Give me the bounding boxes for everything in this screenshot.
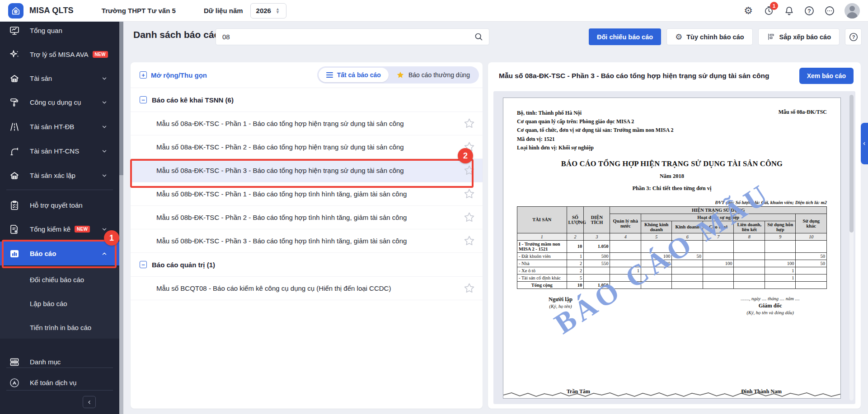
table-row: - Xe ô tô2 1 1: [517, 267, 827, 274]
favorite-star-icon[interactable]: [463, 211, 475, 223]
col-header: Sử dụng khác: [796, 214, 827, 233]
submenu-item-lap-bao-cao[interactable]: Lập báo cáo: [0, 292, 119, 316]
expand-collapse-toggle[interactable]: + Mở rộng/Thu gọn: [140, 71, 207, 79]
document-header: Bộ, tỉnh: Thành phố Hà Nội Cơ quan quản …: [517, 109, 827, 152]
sidebar-item-tai-san-ht-db[interactable]: Tài sản HT-ĐB: [0, 115, 119, 139]
group-header-quan-tri[interactable]: − Báo cáo quản trị (1): [131, 253, 483, 277]
table-row: - Đất khuôn viên1 500 10050 50: [517, 252, 827, 260]
main-content: Danh sách báo cáo Đối chiếu báo cáo ⚙ Tù…: [123, 22, 868, 414]
list-icon: [9, 357, 20, 367]
sidebar-item-ke-toan-dich-vu[interactable]: Kế toán dịch vụ: [0, 371, 119, 395]
report-table: TÀI SẢN SỐ LƯỢNG DIỆN TÍCH HIỆN TRẠNG SỬ…: [517, 206, 827, 289]
sidebar-item-label: Báo cáo: [30, 250, 56, 257]
torn-paper-edge: [503, 391, 840, 398]
sparkles-icon: [9, 49, 20, 60]
signer-note: (Ký, họ tên và đóng dấu): [741, 310, 800, 315]
report-item[interactable]: Mẫu số 08a-ĐK-TSC - Phần 1 - Báo cáo tổn…: [131, 112, 483, 135]
sidebar-item-tai-san-ht-cns[interactable]: Tài sản HT-CNS: [0, 139, 119, 163]
new-badge: NEW: [75, 226, 90, 233]
stepper-arrows-icon[interactable]: ▲▼: [276, 8, 280, 14]
page-help-button[interactable]: ?: [845, 28, 862, 45]
view-report-button[interactable]: Xem báo cáo: [799, 68, 854, 84]
report-item[interactable]: Mẫu số 08b-ĐK-TSC - Phần 3 - Báo cáo tổn…: [131, 229, 483, 253]
annotation-step2-badge: 2: [458, 148, 473, 163]
report-item[interactable]: Mẫu số 08b-ĐK-TSC - Phần 1 - Báo cáo tổn…: [131, 182, 483, 206]
submenu-item-doi-chieu-bao-cao[interactable]: Đối chiếu báo cáo: [0, 268, 119, 292]
road-icon: [9, 121, 20, 132]
favorite-star-icon[interactable]: [463, 282, 475, 294]
sidebar-item-tro-ly-ava[interactable]: Trợ lý số MISA AVA NEW: [0, 42, 119, 66]
report-item-label: Mẫu số BCQT08 - Báo cáo kiểm kê công cụ …: [156, 284, 391, 292]
search-input[interactable]: [222, 33, 474, 41]
report-item[interactable]: Mẫu số 08a-ĐK-TSC - Phần 2 - Báo cáo tổn…: [131, 135, 483, 159]
report-item-label: Mẫu số 08b-ĐK-TSC - Phần 3 - Báo cáo tổn…: [156, 237, 407, 245]
tab-all-reports[interactable]: Tất cả báo cáo: [319, 68, 389, 82]
favorite-star-icon[interactable]: [463, 235, 475, 247]
notifications-bell-icon[interactable]: [784, 5, 794, 16]
chevron-down-icon: [101, 148, 108, 154]
sidebar-scrollbar-thumb[interactable]: [119, 22, 123, 175]
tab-label: Tất cả báo cáo: [337, 71, 381, 79]
meta-line: Cơ quan quản lý cấp trên: Phòng giáo dục…: [517, 117, 674, 126]
sidebar-item-cong-cu-dung-cu[interactable]: Công cụ dụng cụ: [0, 90, 119, 114]
sidebar-item-bao-cao[interactable]: Báo cáo: [0, 242, 119, 265]
user-avatar[interactable]: [845, 3, 860, 19]
submenu-label: Tiến trình in báo cáo: [30, 324, 91, 331]
document-year: Năm 2018: [517, 173, 827, 180]
annotation-step1-badge: 1: [104, 230, 119, 246]
list-toolbar: + Mở rộng/Thu gọn Tất cả báo cáo Báo cáo…: [131, 62, 483, 88]
col-header: Không kinh doanh: [641, 221, 672, 233]
sidebar-item-label: Tài sản xác lập: [30, 172, 75, 179]
compare-reports-button[interactable]: Đối chiếu báo cáo: [589, 28, 661, 45]
preview-area: Bộ, tỉnh: Thành phố Hà Nội Cơ quan quản …: [493, 91, 855, 404]
favorite-star-icon[interactable]: [463, 188, 475, 200]
report-tabs: Tất cả báo cáo Báo cáo thường dùng: [317, 66, 479, 84]
svg-text:?: ?: [807, 8, 811, 14]
gear-icon: ⚙: [675, 33, 682, 41]
meta-line: Mã đơn vị: 1521: [517, 135, 674, 144]
more-options-icon[interactable]: [824, 5, 835, 16]
sidebar-item-tai-san-xac-lap[interactable]: Tài sản xác lập: [0, 163, 119, 187]
group-header-ke-khai-tsnn[interactable]: − Báo cáo kê khai TSNN (6): [131, 88, 483, 112]
customize-reports-button[interactable]: ⚙ Tùy chỉnh báo cáo: [666, 28, 752, 45]
report-preview-panel: Mẫu số 08a-ĐK-TSC - Phần 3 - Báo cáo tổn…: [488, 62, 861, 409]
header-buttons: Đối chiếu báo cáo ⚙ Tùy chỉnh báo cáo Sắ…: [589, 28, 862, 45]
tab-label: Báo cáo thường dùng: [408, 71, 470, 79]
sort-reports-button[interactable]: Sắp xếp báo cáo: [758, 28, 840, 45]
sidebar-collapse-button[interactable]: [83, 396, 96, 408]
minus-box-icon: −: [140, 261, 147, 268]
button-label: Xem báo cáo: [807, 72, 846, 79]
col-header: Cho thuê: [703, 221, 734, 233]
sidebar-item-tong-quan[interactable]: Tổng quan: [0, 22, 119, 42]
col-header: TÀI SẢN: [517, 206, 567, 233]
report-search-box[interactable]: [216, 28, 489, 45]
report-item[interactable]: Mẫu số BCQT08 - Báo cáo kiểm kê công cụ …: [131, 277, 483, 300]
history-clock-icon[interactable]: 1: [763, 5, 774, 16]
col-header: Liên doanh, liên kết: [734, 221, 765, 233]
sidebar-item-tai-san[interactable]: Tài sản: [0, 66, 119, 90]
right-panel-expand-handle[interactable]: [861, 123, 868, 164]
sidebar-scrollbar[interactable]: [119, 22, 123, 414]
document-check-icon: [9, 224, 20, 235]
report-list-panel: + Mở rộng/Thu gọn Tất cả báo cáo Báo cáo…: [131, 62, 483, 409]
submenu-item-tien-trinh-in-bao-cao[interactable]: Tiến trình in báo cáo: [0, 316, 119, 340]
report-item-selected[interactable]: Mẫu số 08a-ĐK-TSC - Phần 3 - Báo cáo tổn…: [131, 159, 483, 182]
favorite-star-icon[interactable]: [463, 164, 475, 177]
sort-icon: [767, 33, 775, 41]
preview-scrollbar-thumb[interactable]: [849, 95, 854, 233]
search-icon[interactable]: [474, 32, 483, 42]
sidebar-item-label: Hỗ trợ quyết toán: [30, 201, 83, 209]
help-icon[interactable]: ?: [804, 5, 815, 16]
tab-favorite-reports[interactable]: Báo cáo thường dùng: [389, 68, 478, 82]
year-stepper[interactable]: 2026 ▲▼: [250, 3, 286, 19]
preview-scrollbar[interactable]: [849, 95, 854, 400]
sidebar-item-tong-kiem-ke[interactable]: Tổng kiểm kê NEW: [0, 217, 119, 241]
submenu-label: Đối chiếu báo cáo: [30, 276, 84, 284]
preview-title: Mẫu số 08a-ĐK-TSC - Phần 3 - Báo cáo tổn…: [499, 72, 799, 80]
report-item[interactable]: Mẫu số 08b-ĐK-TSC - Phần 2 - Báo cáo tổn…: [131, 206, 483, 229]
settings-gear-icon[interactable]: ⚙: [743, 5, 754, 16]
sidebar-item-ho-tro-quyet-toan[interactable]: Hỗ trợ quyết toán: [0, 193, 119, 217]
button-label: Tùy chỉnh báo cáo: [686, 33, 744, 41]
favorite-star-icon[interactable]: [463, 117, 475, 130]
col-header: Kinh doanh: [672, 221, 703, 233]
